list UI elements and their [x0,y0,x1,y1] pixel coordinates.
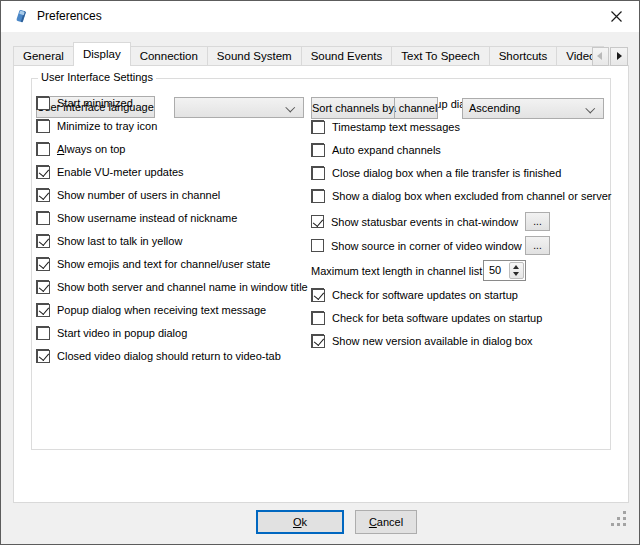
tab-scroll-left-icon [597,52,602,60]
checkbox-auto-expand-channels[interactable] [312,144,325,157]
checkbox-popup-dialog-when-receiving-text-message[interactable] [37,304,50,317]
checkbox-row: Show username instead of nickname [36,211,49,225]
checkbox-label: Show emojis and text for channel/user st… [57,258,270,270]
tab-label: Sound Events [311,50,383,62]
tab-label: Connection [140,50,198,62]
checkbox-label: Close dialog box when a file transfer is… [332,167,561,179]
close-button[interactable] [594,1,639,31]
checkbox-label: Auto expand channels [332,144,441,156]
checkbox_button-row: Show statusbar events in chat-window... [311,212,629,231]
spin-down-icon [513,272,519,276]
spin-up-button[interactable] [510,263,523,270]
checkbox_button-row: Show source in corner of video window... [311,236,629,255]
combo-row: Sort channels byAscending [311,97,395,119]
tab-bar: GeneralDisplayConnectionSound SystemSoun… [13,42,617,66]
checkbox-show-number-of-users-in-channel[interactable] [37,189,50,202]
checkbox-row: Auto expand channels [311,143,324,157]
checkbox-row: Check for beta software updates on start… [311,311,324,325]
tab-general[interactable]: General [13,46,74,66]
checkbox-row: Closed video dialog should return to vid… [36,349,49,363]
checkbox-show-statusbar-events-in-chat-window[interactable] [311,215,324,228]
checkbox-row: Close dialog box when a file transfer is… [311,166,324,180]
checkbox-start-minimized[interactable] [37,97,50,110]
tab-scroll-left-button[interactable] [592,47,609,66]
tab-display[interactable]: Display [73,42,131,66]
checkbox-timestamp-text-messages[interactable] [312,121,325,134]
tab-sound-events[interactable]: Sound Events [301,46,393,66]
cancel-button[interactable]: Cancel [355,510,417,534]
checkbox-label: Always on top [57,143,126,155]
checkbox-closed-video-dialog-should-return-to-video-tab[interactable] [37,350,50,363]
checkbox-label: Show new version available in dialog box [332,335,533,347]
checkbox-show-both-server-and-channel-name-in-window-title[interactable] [37,281,50,294]
checkbox-row: Show emojis and text for channel/user st… [36,257,49,271]
ok-button[interactable]: Ok [256,510,344,534]
combobox-value: Ascending [469,102,520,114]
titlebar[interactable]: Preferences [1,1,639,32]
spin-up-icon [513,265,519,269]
tab-scroll-right-icon [617,52,622,60]
checkbox-row: Show new version available in dialog box [311,334,324,348]
checkbox-always-on-top[interactable] [37,143,50,156]
checkbox-show-source-in-corner-of-video-window[interactable] [311,239,324,252]
checkbox-show-emojis-and-text-for-channel-user-state[interactable] [37,258,50,271]
tab-label: Display [83,48,121,60]
settings-right-column: Start desktops in popup dialogTimestamp … [311,97,629,357]
chevron-down-icon [587,105,595,113]
user-interface-language-combobox[interactable] [174,97,304,118]
checkbox-label: Enable VU-meter updates [57,166,184,178]
checkbox-check-for-software-updates-on-startup[interactable] [312,289,325,302]
checkbox-minimize-to-tray-icon[interactable] [37,120,50,133]
tab-scroll-right-button[interactable] [610,47,628,66]
checkbox-label: Show statusbar events in chat-window [331,216,518,228]
checkbox-enable-vu-meter-updates[interactable] [37,166,50,179]
checkbox-label: Show both server and channel name in win… [57,281,308,293]
tab-text-to-speech[interactable]: Text To Speech [391,46,489,66]
field-label: Maximum text length in channel list [311,265,482,277]
checkbox-label: Minimize to tray icon [57,120,157,132]
checkbox-label: Closed video dialog should return to vid… [57,350,281,362]
checkbox-close-dialog-box-when-a-file-transfer-is-finished[interactable] [312,167,325,180]
field-label: Sort channels by [312,102,394,114]
checkbox-show-a-dialog-box-when-excluded-from-channel-or-server[interactable] [312,190,325,203]
spin-down-button[interactable] [510,271,523,278]
tab-connection[interactable]: Connection [130,46,208,66]
checkbox-label: Show a dialog box when excluded from cha… [332,190,611,202]
settings-left-column: User interface languageStart minimizedMi… [36,96,308,372]
checkbox-row: Show number of users in channel [36,188,49,202]
checkbox-row: Always on top [36,142,49,156]
checkbox-row: Minimize to tray icon [36,119,49,133]
checkbox-row: Show both server and channel name in win… [36,280,49,294]
tab-label: General [23,50,64,62]
checkbox-show-last-to-talk-in-yellow[interactable] [37,235,50,248]
tab-label: Text To Speech [401,50,479,62]
tab-label: Shortcuts [499,50,548,62]
checkbox-label: Start minimized [57,97,133,109]
window-title: Preferences [37,1,102,32]
checkbox-show-new-version-available-in-dialog-box[interactable] [312,335,325,348]
tab-sound-system[interactable]: Sound System [207,46,302,66]
chevron-down-icon [287,104,295,112]
checkbox-row: Show a dialog box when excluded from cha… [311,189,324,203]
sort-channels-by-combobox[interactable]: Ascending [462,98,604,119]
checkbox-start-video-in-popup-dialog[interactable] [37,327,50,340]
checkbox-row: Show last to talk in yellow [36,234,49,248]
resize-grip[interactable] [611,511,628,530]
tab-shortcuts[interactable]: Shortcuts [489,46,558,66]
checkbox-check-for-beta-software-updates-on-startup[interactable] [312,312,325,325]
spin-row: Maximum text length in channel list50 [311,260,629,282]
checkbox-label: Show username instead of nickname [57,212,237,224]
tab-label: Sound System [217,50,292,62]
group-title: User Interface Settings [38,71,156,83]
show-statusbar-events-in-chat-window-options-button[interactable]: ... [525,212,550,231]
maximum-text-length-in-channel-list-spinner[interactable]: 50 [483,260,526,281]
checkbox-label: Check for beta software updates on start… [332,312,542,324]
spinner-buttons [509,262,524,279]
checkbox-show-username-instead-of-nickname[interactable] [37,212,50,225]
show-source-in-corner-of-video-window-options-button[interactable]: ... [525,236,550,255]
checkbox-row: Check for software updates on startup [311,288,324,302]
checkbox-label: Start video in popup dialog [57,327,187,339]
app-icon [13,8,29,24]
checkbox-label: Show source in corner of video window [331,240,522,252]
checkbox-row: Start video in popup dialog [36,326,49,340]
